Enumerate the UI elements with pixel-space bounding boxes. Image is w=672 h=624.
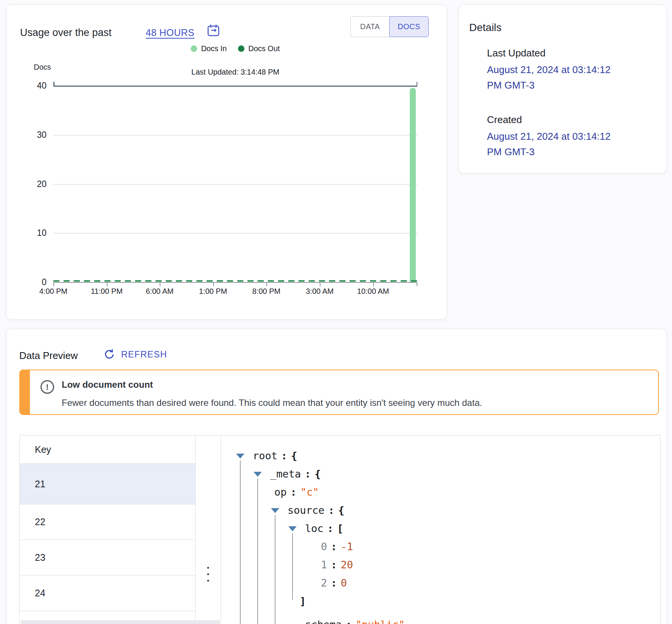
x-label-0: 4:00 PM [27,287,80,296]
json-row-loc-2: 2:0 [321,574,347,592]
warning-title: Low document count [62,379,153,390]
y-tick-0: 0 [13,277,47,287]
y-tick-40: 40 [13,80,47,91]
collapse-caret-icon[interactable] [254,472,262,477]
data-preview-title: Data Preview [19,350,78,362]
refresh-button[interactable]: REFRESH [103,348,167,361]
json-row-loc: loc:[ [305,519,343,538]
toggle-data-button[interactable]: DATA [350,16,389,37]
created-label: Created [487,114,653,126]
x-tick [417,283,417,286]
json-row-meta: _meta:{ [270,465,321,483]
key-row-21[interactable]: 21 [20,464,195,504]
usage-chart-card: Usage over the past 48 HOURS DATA DOCS D… [6,5,447,320]
json-key: root [253,450,277,462]
y-tick-30: 30 [13,129,47,140]
json-colon: : [346,619,352,624]
refresh-label: REFRESH [121,349,167,360]
json-key: _meta [270,468,301,480]
json-open-brace: { [338,504,344,516]
last-updated-value-line2: PM GMT-3 [487,78,653,93]
x-label-4: 8:00 PM [240,287,293,296]
key-column-header: Key [20,435,195,464]
gridline-40 [53,86,417,87]
x-label-6: 10:00 AM [347,287,400,296]
json-key: source [288,504,325,516]
x-label-5: 3:00 AM [293,287,346,296]
docs-in-bar [410,88,416,282]
docs-in-dot-icon [191,45,197,52]
warning-icon: ! [40,380,54,394]
y-tick-20: 20 [13,179,47,189]
low-document-count-warning: ! Low document count Fewer documents tha… [19,370,659,415]
json-index: 2 [321,577,327,589]
docs-in-label: Docs In [201,44,227,53]
x-tick [320,283,320,286]
docs-out-label: Docs Out [248,44,280,53]
collapse-caret-icon[interactable] [271,508,279,513]
toggle-docs-button[interactable]: DOCS [389,16,429,37]
x-axis-line [53,282,417,283]
collapse-caret-icon[interactable] [236,454,244,459]
legend-docs-out[interactable]: Docs Out [238,44,280,53]
json-tree-panel: root:{ _meta:{ op:"c" source:{ loc:[ [221,435,660,624]
json-string-value: "public" [356,619,405,624]
last-updated-value-line1: August 21, 2024 at 03:14:12 [487,62,653,78]
json-number-value: -1 [341,541,353,552]
key-row-23[interactable]: 23 [20,540,195,576]
data-preview-card: Data Preview REFRESH ! Low document coun… [6,329,667,624]
collapse-caret-icon[interactable] [288,526,297,531]
json-open-brace: { [291,450,297,462]
x-tick [373,283,374,286]
details-card: Details Last Updated August 21, 2024 at … [459,5,667,173]
indent-guide-root [240,460,241,624]
x-label-3: 1:00 PM [187,287,240,296]
json-colon: : [331,541,337,552]
key-row-24[interactable]: 24 [20,576,195,611]
last-updated-label: Last Updated [487,47,653,59]
usage-title: Usage over the past [20,27,112,39]
indent-guide-meta [257,479,258,624]
warning-accent-bar [20,370,30,414]
x-label-2: 6:00 AM [133,287,186,296]
json-row-op: op:"c" [274,483,319,501]
key-row-22[interactable]: 22 [20,504,195,540]
key-table-horizontal-scrollbar[interactable] [20,620,220,624]
json-number-value: 0 [341,577,347,589]
json-colon: : [331,559,337,571]
json-index: 1 [321,559,327,571]
created-value-line2: PM GMT-3 [487,144,653,160]
x-tick [213,283,214,286]
details-title: Details [469,22,502,34]
json-colon: : [281,450,287,462]
json-key: loc [305,523,324,534]
time-range-link[interactable]: 48 HOURS [146,27,194,38]
json-row-schema-partial: schema:"public" [305,616,405,624]
chart-plot-area: 4:00 PM 11:00 PM 6:00 AM 1:00 PM 8:00 PM… [53,86,417,282]
x-tick [160,283,160,286]
gridline-30 [53,135,417,136]
json-key: schema [305,619,342,624]
json-row-loc-close: ] [300,592,306,610]
x-tick [53,283,54,286]
created-value-line1: August 21, 2024 at 03:14:12 [487,129,653,144]
preview-split-view: Key 21 22 23 24 root:{ [19,435,661,624]
json-colon: : [305,468,311,480]
x-tick [266,283,267,286]
legend-docs-in[interactable]: Docs In [191,44,227,53]
y-tick-10: 10 [13,228,47,238]
calendar-icon[interactable] [206,23,221,37]
json-close-bracket: ] [300,595,306,607]
json-number-value: 20 [341,559,353,571]
docs-out-dot-icon [238,45,244,52]
warning-body: Fewer documents than desired were found.… [62,398,482,408]
refresh-icon [103,348,116,361]
detail-field-created: Created August 21, 2024 at 03:14:12 PM G… [487,114,653,160]
page: Usage over the past 48 HOURS DATA DOCS D… [0,0,672,624]
json-colon: : [328,504,334,516]
json-row-loc-1: 1:20 [321,556,353,574]
gridline-10 [53,233,417,234]
drag-handle[interactable] [207,562,209,586]
json-string-value: "c" [300,486,319,498]
json-colon: : [291,486,297,498]
